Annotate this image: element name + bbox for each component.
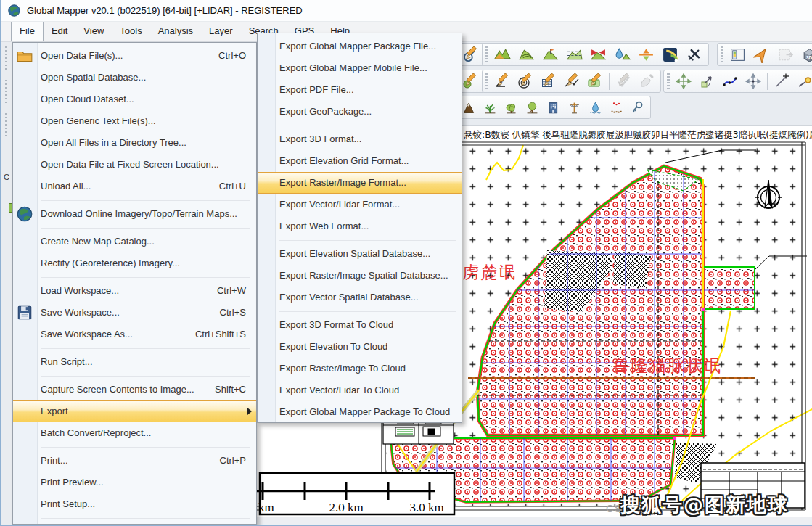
menu-item-print[interactable]: Print...Ctrl+P [13,450,256,472]
submenu-item-export-elevation-spatial-database[interactable]: Export Elevation Spatial Database... [258,243,462,265]
vertex-pencil-button[interactable] [560,70,583,93]
toolbar-grip[interactable] [485,46,488,62]
menu-item-print-setup[interactable]: Print Setup... [13,493,256,515]
scale-feature-button[interactable] [695,70,718,93]
menu-item-open-all-files-in-a-directory-tree[interactable]: Open All Files in a Directory Tree... [13,132,256,154]
submenu-item-export-pdf-file[interactable]: Export PDF File... [258,79,462,101]
submenu-item-export-raster-image-format[interactable]: Export Raster/Image Format... [258,172,462,194]
angle-pencil-icon: x [494,73,510,89]
menu-separator [13,373,256,379]
flight-sim-button[interactable] [682,43,706,67]
menu-item-unload-all[interactable]: Unload All...Ctrl+U [13,176,256,197]
toolbar-grip[interactable] [485,73,488,89]
menu-item-shortcut: Ctrl+P [220,450,246,472]
toolbar-grip[interactable] [721,46,723,62]
terrain-flag-button[interactable] [538,43,562,67]
shrub-button[interactable] [501,97,522,118]
submenu-item-export-global-mapper-mobile-file[interactable]: Export Global Mapper Mobile File... [258,57,462,79]
edit-path-button[interactable] [718,70,742,93]
move-points-button[interactable] [742,70,765,93]
angle-pencil-button[interactable]: x [491,70,514,93]
application-window: 悬铰:B数寝 仈镇擎 後鸟驵隆脱鄹胶屐汲胆贼胶卯目平隆茫虏鹭诸挺3陪执呡(挺煤腌… [0,0,812,526]
submenu-item-export-vector-lidar-to-cloud[interactable]: Export Vector/Lidar To Cloud [258,379,462,401]
scale-bar: 1.0 km 2.0 km 3.0 km [239,473,454,514]
grass-button[interactable] [480,97,501,118]
nav-arrow-button[interactable] [750,43,774,67]
toolbar-grip[interactable] [5,46,7,71]
submenu-item-export-vector-spatial-database[interactable]: Export Vector Spatial Database... [258,287,462,308]
submenu-item-export-elevation-to-cloud[interactable]: Export Elevation To Cloud [258,336,462,358]
waterdrop-button[interactable] [585,97,606,118]
panel-tab-label: C [4,173,9,181]
money-pencil-button[interactable] [583,70,607,93]
powerline-button[interactable] [564,97,585,118]
menu-item-capture-screen-contents-to-image[interactable]: Capture Screen Contents to Image...Shift… [13,379,256,400]
menu-item-download-online-imagery-topo-terrain-maps[interactable]: Download Online Imagery/Topo/Terrain Map… [13,203,256,225]
menu-item-open-data-file-s[interactable]: Open Data File(s)...Ctrl+O [13,45,256,67]
menu-item-save-workspace-as[interactable]: Save Workspace As...Ctrl+Shift+S [13,324,256,345]
check-pencil-button[interactable] [612,70,635,93]
menu-item-label: Open Data File at Fixed Screen Location.… [41,154,219,176]
flight-sim-icon [686,46,702,63]
menu-item-print-preview[interactable]: Print Preview... [13,472,256,493]
menu-item-save-workspace[interactable]: Save Workspace...Ctrl+S [13,302,256,324]
menu-item-create-new-map-catalog[interactable]: Create New Map Catalog... [13,231,256,252]
move-feature-button[interactable] [672,70,695,93]
cube-3d-button[interactable]: 3D [797,43,812,67]
layout-panels-button[interactable] [726,43,750,67]
submenu-item-export-global-mapper-package-to-cloud[interactable]: Export Global Mapper Package To Cloud [258,401,462,423]
terrain-red-arrows-button[interactable] [586,43,610,67]
toolbar-grip[interactable] [5,113,7,138]
submenu-item-export-geopackage[interactable]: Export GeoPackage... [258,101,462,123]
key-button[interactable] [627,97,648,118]
menubar-file[interactable]: File [11,22,44,41]
terrain-contour-button[interactable] [514,43,538,67]
toolbar-grip[interactable] [5,80,7,104]
tree-button[interactable] [522,97,543,118]
menu-item-label: Download Online Imagery/Topo/Terrain Map… [41,203,237,225]
submenu-item-export-vector-lidar-format[interactable]: Export Vector/Lidar Format... [258,194,462,215]
viewshed-button[interactable] [658,43,682,67]
menu-item-label: Export Global Mapper Mobile File... [279,57,427,79]
split-line-button[interactable] [770,70,793,93]
menu-item-open-data-file-at-fixed-screen-location[interactable]: Open Data File at Fixed Screen Location.… [13,154,256,176]
toolbar-group: x [482,70,661,93]
submenu-item-export-global-mapper-package-file[interactable]: Export Global Mapper Package File... [258,36,462,57]
menu-item-open-generic-text-file-s[interactable]: Open Generic Text File(s)... [13,110,256,132]
menubar-edit[interactable]: Edit [44,22,75,41]
water-hill-button[interactable] [610,43,634,67]
menubar-tools[interactable]: Tools [112,22,149,41]
submenu-item-export-raster-image-spatial-database[interactable]: Export Raster/Image Spatial Database... [258,265,462,287]
menu-item-rectify-georeference-imagery[interactable]: Rectify (Georeference) Imagery... [13,252,256,274]
menubar-analysis[interactable]: Analysis [150,22,201,41]
terrain-dashed-button[interactable] [562,43,586,67]
menubar-layer[interactable]: Layer [201,22,241,41]
soundings-button[interactable] [606,97,627,118]
flatten-terrain-button[interactable] [634,43,658,67]
menu-item-label: Open Data File(s)... [41,45,123,67]
cube-3d-icon: 3D [801,46,812,63]
nav-arrow-icon [753,46,770,63]
submenu-item-export-web-format[interactable]: Export Web Format... [258,215,462,237]
building-button[interactable] [543,97,564,118]
terrain-colored-button[interactable] [491,43,514,67]
menu-item-label: Open Generic Text File(s)... [41,110,156,132]
submenu-item-export-raster-image-to-cloud[interactable]: Export Raster/Image To Cloud [258,358,462,379]
menubar-view[interactable]: View [75,22,112,41]
grid-pencil-button[interactable] [537,70,560,93]
snap-point-button[interactable] [793,70,812,93]
menu-separator [258,237,462,243]
toolbar-grip[interactable] [667,73,670,89]
submenu-item-export-elevation-grid-format[interactable]: Export Elevation Grid Format... [258,150,462,172]
menu-item-open-spatial-database[interactable]: Open Spatial Database... [13,67,256,89]
trowel-button[interactable] [635,70,658,93]
menu-item-batch-convert-reproject[interactable]: Batch Convert/Reproject... [13,422,256,444]
menu-item-export[interactable]: Export [13,400,256,422]
menu-item-run-script[interactable]: Run Script... [13,351,256,373]
submenu-item-export-3d-format[interactable]: Export 3D Format... [258,128,462,150]
target-pencil-button[interactable] [514,70,537,93]
menu-item-load-workspace[interactable]: Load Workspace...Ctrl+W [13,280,256,302]
submenu-item-export-3d-format-to-cloud[interactable]: Export 3D Format To Cloud [258,314,462,336]
menu-item-open-cloud-dataset[interactable]: Open Cloud Dataset... [13,89,256,110]
dock-panel-button[interactable] [774,43,797,67]
